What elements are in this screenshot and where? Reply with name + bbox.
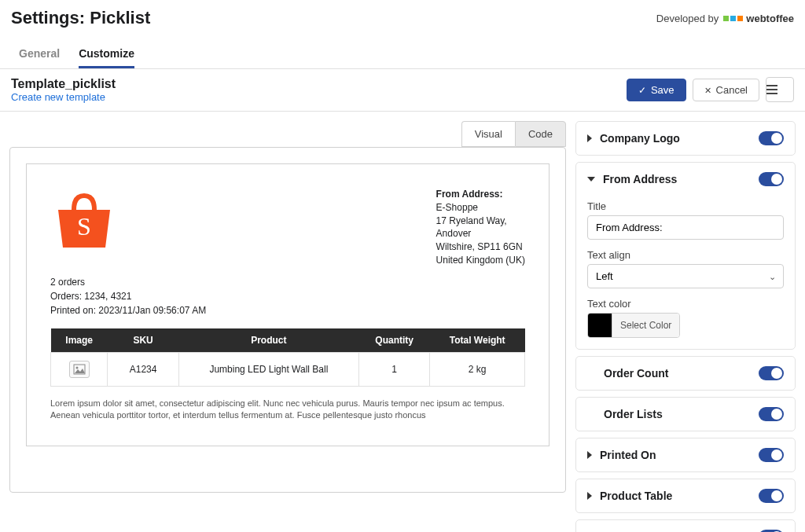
check-icon xyxy=(638,84,646,96)
create-new-template-link[interactable]: Create new template xyxy=(11,91,116,103)
text-align-select[interactable] xyxy=(587,264,784,288)
page-title: Settings: Picklist xyxy=(11,8,150,28)
col-sku: SKU xyxy=(108,328,178,353)
from-address-block: From Address: E-Shoppe 17 Ryeland Way, A… xyxy=(436,188,525,267)
panel-order-count-header[interactable]: Order Count xyxy=(576,357,795,390)
table-row: A1234 Jumbing LED Light Wall Ball 1 2 kg xyxy=(51,352,525,386)
brand-name: webtoffee xyxy=(746,13,794,24)
cancel-button[interactable]: Cancel xyxy=(693,79,759,101)
cell-image xyxy=(51,352,108,386)
cell-quantity: 1 xyxy=(358,352,429,386)
toggle-printed-on[interactable] xyxy=(759,448,784,462)
col-product: Product xyxy=(178,328,358,353)
toggle-order-count[interactable] xyxy=(759,366,784,380)
developed-by: Developed by webtoffee xyxy=(656,13,794,24)
caret-right-icon xyxy=(587,451,592,459)
save-button-label: Save xyxy=(651,84,675,96)
caret-down-icon xyxy=(587,177,595,182)
from-address-line: Andover xyxy=(436,227,525,240)
col-image: Image xyxy=(51,328,108,353)
panel-product-table-header[interactable]: Product Table xyxy=(576,479,795,512)
product-table: Image SKU Product Quantity Total Weight xyxy=(50,328,525,387)
preview-frame: S From Address: E-Shoppe 17 Ryeland Way,… xyxy=(9,147,566,493)
panel-from-address-label: From Address xyxy=(603,173,677,185)
editor-tab-code[interactable]: Code xyxy=(515,121,566,147)
printed-on-text: Printed on: 2023/11/Jan 09:56:07 AM xyxy=(50,303,525,317)
orders-list-text: Orders: 1234, 4321 xyxy=(50,289,525,303)
cell-product: Jumbing LED Light Wall Ball xyxy=(178,352,358,386)
panel-printed-on-label: Printed On xyxy=(600,449,656,461)
settings-sidebar: Company Logo From Address Title Text xyxy=(575,121,796,532)
menu-button[interactable] xyxy=(766,77,794,102)
editor-tabs: Visual Code xyxy=(9,121,566,147)
svg-point-2 xyxy=(75,366,78,369)
title-field-label: Title xyxy=(587,200,784,212)
webtoffee-logo: webtoffee xyxy=(723,13,794,24)
hamburger-icon xyxy=(766,85,793,94)
image-placeholder-icon xyxy=(69,361,90,378)
toggle-from-address[interactable] xyxy=(759,172,784,186)
from-address-line: E-Shoppe xyxy=(436,201,525,215)
main-tabs: General Customize xyxy=(0,31,805,69)
tab-customize[interactable]: Customize xyxy=(79,41,134,68)
toggle-order-lists[interactable] xyxy=(759,407,784,421)
panel-company-logo-header[interactable]: Company Logo xyxy=(576,122,795,155)
panel-footer-header[interactable]: Footer xyxy=(576,520,795,532)
tab-general[interactable]: General xyxy=(19,41,60,68)
editor-tab-visual[interactable]: Visual xyxy=(461,121,515,147)
panel-from-address-body: Title Text align ⌄ Text color Select Col… xyxy=(576,196,795,349)
close-icon xyxy=(704,84,711,96)
panel-company-logo-label: Company Logo xyxy=(600,132,680,145)
col-quantity: Quantity xyxy=(358,328,429,353)
company-logo: S xyxy=(50,188,118,251)
table-header-row: Image SKU Product Quantity Total Weight xyxy=(51,328,525,353)
panel-from-address-header[interactable]: From Address xyxy=(576,163,795,196)
panel-order-lists-label: Order Lists xyxy=(604,408,663,420)
caret-right-icon xyxy=(587,134,592,142)
developed-by-label: Developed by xyxy=(656,13,719,24)
svg-text:S: S xyxy=(77,212,91,240)
col-weight: Total Weight xyxy=(430,328,525,353)
color-swatch[interactable] xyxy=(588,314,612,337)
from-address-line: Wiltshire, SP11 6GN xyxy=(436,240,525,254)
toggle-company-logo[interactable] xyxy=(759,131,784,145)
panel-order-lists-header[interactable]: Order Lists xyxy=(576,398,795,431)
select-color-button[interactable]: Select Color xyxy=(612,314,679,337)
order-meta: 2 orders Orders: 1234, 4321 Printed on: … xyxy=(50,275,525,317)
from-address-line: United Kingdom (UK) xyxy=(436,254,525,267)
title-input[interactable] xyxy=(587,215,784,240)
from-address-title: From Address: xyxy=(436,188,525,201)
caret-right-icon xyxy=(587,492,592,500)
panel-product-table-label: Product Table xyxy=(600,490,672,502)
panel-order-count-label: Order Count xyxy=(604,367,668,380)
footer-text: Lorem ipsum dolor sit amet, consectetur … xyxy=(50,398,525,422)
cell-weight: 2 kg xyxy=(430,352,525,386)
order-count-text: 2 orders xyxy=(50,275,525,289)
text-align-label: Text align xyxy=(587,249,784,261)
toolbar: Template_picklist Create new template Sa… xyxy=(0,69,805,112)
save-button[interactable]: Save xyxy=(627,79,686,101)
from-address-line: 17 Ryeland Way, xyxy=(436,215,525,228)
cell-sku: A1234 xyxy=(108,352,178,386)
toggle-product-table[interactable] xyxy=(759,489,784,503)
cancel-button-label: Cancel xyxy=(716,84,748,96)
template-name: Template_picklist xyxy=(11,77,116,91)
preview-document: S From Address: E-Shoppe 17 Ryeland Way,… xyxy=(26,163,550,446)
panel-printed-on-header[interactable]: Printed On xyxy=(576,438,795,471)
text-color-label: Text color xyxy=(587,298,784,310)
